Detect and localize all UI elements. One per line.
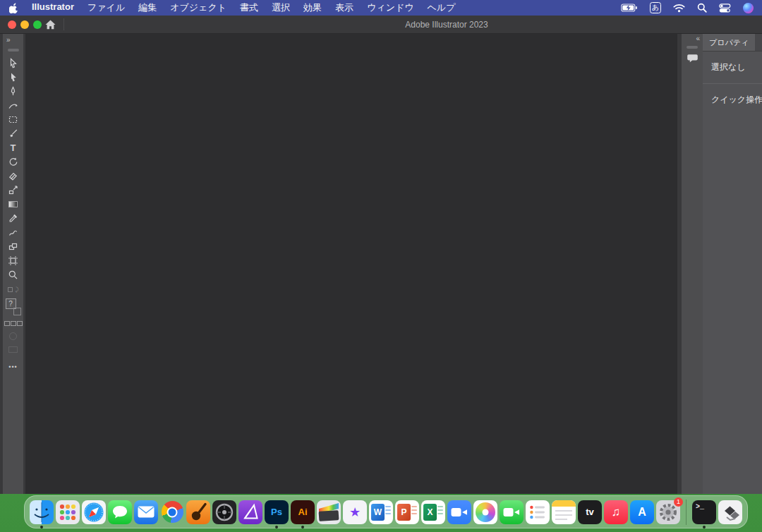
dock-word-icon[interactable]: W [369, 500, 393, 524]
dock-system-settings-icon[interactable]: 1 [656, 500, 680, 524]
menu-item-9[interactable]: ヘルプ [428, 1, 456, 14]
window-title-bar: Adobe Illustrator 2023 [0, 16, 762, 34]
dock-launchpad-icon[interactable] [56, 500, 80, 524]
dock-music-icon[interactable]: ♫ [604, 500, 628, 524]
type-tool[interactable]: T [3, 140, 23, 155]
dock-terminal-icon[interactable]: >_ [692, 500, 716, 524]
menu-item-6[interactable]: 効果 [303, 1, 322, 14]
dock-garageband-icon[interactable] [186, 500, 210, 524]
dock-reminders-icon[interactable] [526, 500, 550, 524]
zoom-window-button[interactable] [33, 20, 42, 29]
menu-item-4[interactable]: 書式 [240, 1, 258, 14]
artboard-tool[interactable] [3, 253, 23, 267]
color-mode-icon[interactable] [9, 332, 17, 340]
selection-tool[interactable] [3, 56, 23, 70]
dock: PsAi★WPXtv♫A1>_ [24, 495, 748, 528]
menu-item-2[interactable]: 編集 [138, 1, 157, 14]
spotlight-search-icon[interactable] [697, 0, 707, 16]
rail-drag-handle[interactable] [687, 46, 698, 49]
screen-mode-icon[interactable] [8, 346, 18, 353]
dock-finder-icon[interactable] [30, 500, 54, 524]
eyedropper-tool[interactable] [3, 211, 23, 225]
tools-panel: » T ⤸ ? ••• [3, 34, 23, 494]
menu-item-5[interactable]: 選択 [272, 1, 290, 14]
rectangle-tool[interactable] [3, 112, 23, 126]
minimize-window-button[interactable] [20, 20, 29, 29]
title-bar-divider [64, 18, 64, 30]
shaper-tool[interactable] [3, 225, 23, 239]
tab-layers[interactable]: レイヤー [755, 34, 762, 51]
dock-facetime-icon[interactable] [500, 500, 524, 524]
menu-item-illustrator[interactable]: Illustrator [32, 1, 74, 14]
dock-affinity-photo-icon[interactable] [238, 500, 262, 524]
scale-tool[interactable] [3, 183, 23, 197]
home-icon[interactable] [44, 19, 56, 33]
control-center-icon[interactable] [719, 0, 731, 16]
rotate-tool[interactable] [3, 155, 23, 169]
dock-imovie-icon[interactable]: ★ [343, 500, 367, 524]
tab-properties[interactable]: プロパティ [703, 34, 755, 51]
dock-powerpoint-icon[interactable]: P [395, 500, 419, 524]
menu-bar: Illustratorファイル編集オブジェクト書式選択効果表示ウィンドウヘルプ … [0, 0, 762, 16]
notification-badge: 1 [674, 497, 683, 507]
dock-app-store-icon[interactable]: A [630, 500, 654, 524]
wifi-icon[interactable] [673, 0, 685, 16]
expand-tools-chevrons[interactable]: » [3, 34, 10, 44]
gradient-tool[interactable] [3, 197, 23, 211]
menu-items: Illustratorファイル編集オブジェクト書式選択効果表示ウィンドウヘルプ [32, 1, 455, 14]
dock-excel-icon[interactable]: X [421, 500, 445, 524]
eraser-tool[interactable] [3, 169, 23, 183]
dock-photoshop-icon[interactable]: Ps [265, 500, 289, 524]
curvature-tool[interactable] [3, 98, 23, 112]
edit-toolbar-button[interactable]: ••• [8, 363, 17, 370]
comment-panel-icon[interactable] [687, 53, 698, 66]
dock-safari-icon[interactable] [82, 500, 106, 524]
quick-actions-label: クイック操作 [703, 84, 762, 106]
collapsed-panel-rail: « [682, 34, 703, 494]
apple-menu-icon[interactable] [9, 0, 18, 16]
illustrator-app-body: » T ⤸ ? ••• « [0, 34, 762, 494]
running-indicator [275, 526, 278, 528]
battery-charging-icon[interactable] [621, 0, 638, 16]
dock-photos-icon[interactable] [473, 500, 497, 524]
dock-final-cut-pro-icon[interactable] [317, 500, 341, 524]
dock-separator [686, 500, 687, 525]
document-canvas[interactable] [25, 34, 677, 494]
siri-icon[interactable] [743, 0, 754, 16]
running-indicator [703, 526, 706, 528]
fill-stroke-indicator[interactable]: ? [6, 298, 21, 315]
menu-item-3[interactable]: オブジェクト [170, 1, 226, 14]
menu-item-7[interactable]: 表示 [335, 1, 353, 14]
pen-tool[interactable] [3, 84, 23, 98]
fill-stroke-swap-icon[interactable]: ⤸ [8, 287, 19, 292]
dock-messages-icon[interactable] [108, 500, 132, 524]
running-indicator [301, 526, 304, 528]
dock-chrome-icon[interactable] [160, 500, 184, 524]
expand-panels-chevrons[interactable]: « [696, 34, 703, 42]
panel-tabs: プロパティ レイヤー [703, 34, 762, 52]
dock-logic-pro-icon[interactable] [212, 500, 236, 524]
menu-item-8[interactable]: ウィンドウ [367, 1, 414, 14]
drawing-modes-icon[interactable] [4, 321, 23, 326]
properties-panel: プロパティ レイヤー 選択なし クイック操作 [703, 34, 762, 494]
window-title: Adobe Illustrator 2023 [405, 20, 488, 30]
zoom-tool[interactable] [3, 267, 23, 282]
dock-notes-icon[interactable] [552, 500, 576, 524]
paintbrush-tool[interactable] [3, 126, 23, 140]
input-source-icon[interactable]: あ [650, 0, 661, 16]
desktop: Illustratorファイル編集オブジェクト書式選択効果表示ウィンドウヘルプ … [0, 0, 762, 532]
close-window-button[interactable] [8, 20, 16, 29]
dock-mail-icon[interactable] [134, 500, 158, 524]
dock-apple-tv-icon[interactable]: tv [578, 500, 602, 524]
direct-selection-tool[interactable] [3, 70, 23, 84]
symbols-tool[interactable] [3, 239, 23, 253]
dock-zoom-icon[interactable] [447, 500, 471, 524]
running-indicator [40, 526, 43, 528]
toolbar-extras: ⤸ ? ••• [4, 282, 23, 370]
menu-item-1[interactable]: ファイル [87, 1, 125, 14]
tools-drag-handle[interactable] [8, 49, 19, 52]
dock-chess-icon[interactable] [718, 500, 742, 524]
selection-status: 選択なし [703, 52, 762, 73]
tools-list: T [3, 56, 23, 282]
dock-illustrator-icon[interactable]: Ai [291, 500, 315, 524]
